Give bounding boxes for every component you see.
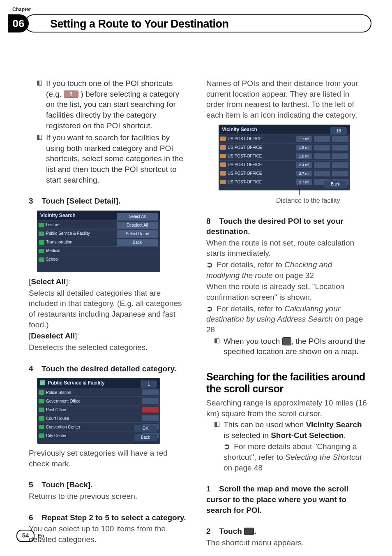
shortcut-menu-icon	[244, 528, 254, 535]
step-heading: 2 Touch .	[206, 526, 367, 537]
page-footer: 54 En	[16, 530, 44, 542]
page-header: Chapter 06 Setting a Route to Your Desti…	[29, 37, 367, 62]
option-label: [Deselect All]:	[29, 331, 190, 341]
callout: Distance to the facility	[206, 195, 367, 205]
page-number: 54	[16, 530, 35, 542]
step-heading: 3 Touch [Select Detail].	[29, 196, 190, 206]
arrow-icon: ➲	[224, 441, 230, 452]
step-number: 5	[29, 480, 39, 490]
step-title: Touch the desired POI to set your destin…	[206, 217, 344, 236]
step-desc: The shortcut menu appears.	[206, 537, 367, 548]
bullet-item: If you want to search for facilities by …	[29, 132, 190, 185]
screenshot-vicinity-search-categories: Vicinity Search Leisure Public Service &…	[37, 211, 160, 272]
bullet-item: If you touch one of the POI shortcuts (e…	[29, 78, 190, 131]
ok-button[interactable]: OK	[134, 425, 157, 432]
step-heading: 4 Touch the desired detailed category.	[29, 364, 190, 374]
step-number: 3	[29, 196, 39, 206]
body-text: When the route is not set, route calcula…	[206, 238, 367, 259]
back-button[interactable]: Back	[324, 181, 347, 188]
bullet-text: If you want to search for facilities by …	[46, 133, 183, 184]
step-number: 8	[206, 216, 217, 227]
option-desc: Deselects the selected categories.	[29, 342, 190, 353]
map-icon	[282, 337, 291, 345]
content-columns: If you touch one of the POI shortcuts (e…	[29, 78, 367, 556]
select-all-button[interactable]: Select All	[117, 213, 158, 220]
back-button[interactable]: Back	[117, 239, 158, 246]
left-column: If you touch one of the POI shortcuts (e…	[29, 78, 190, 556]
step-desc: Returns to the previous screen.	[29, 491, 190, 502]
back-button[interactable]: Back	[134, 434, 157, 441]
step-number: 6	[29, 512, 39, 523]
step-heading: 1 Scroll the map and move the scroll cur…	[206, 484, 367, 515]
step-heading: 6 Repeat Step 2 to 5 to select a categor…	[29, 512, 190, 523]
callout-label: Distance to the facility	[276, 196, 340, 205]
language-label: En	[38, 533, 44, 539]
count-badge: 1	[141, 380, 157, 388]
body-text: Previously set categories will have a re…	[29, 448, 190, 469]
right-column: Names of POIs and their distance from yo…	[206, 78, 367, 556]
page: Chapter 06 Setting a Route to Your Desti…	[0, 0, 392, 556]
callout-tick	[299, 190, 300, 195]
step-heading: 5 Touch [Back].	[29, 480, 190, 490]
body-text: Searching range is approximately 10 mile…	[206, 398, 367, 419]
step-title: Touch [Back].	[42, 480, 92, 489]
screenshot-poi-list: Vicinity Search US POST-OFFICE1.1 mi US …	[219, 125, 350, 190]
bullet-item: When you touch , the POIs around the spe…	[206, 336, 367, 357]
step-number: 2	[206, 526, 217, 537]
step-title: Repeat Step 2 to 5 to select a category.	[42, 513, 186, 522]
poi-shortcut-icon: $	[64, 90, 78, 98]
step-desc: You can select up to 100 items from the …	[29, 524, 190, 544]
cross-ref: ➲ For details, refer to Checking and mod…	[206, 259, 367, 280]
body-text: Names of POIs and their distance from yo…	[206, 78, 367, 120]
deselect-all-button[interactable]: Deselect All	[117, 222, 158, 229]
overlay-menu: Select All Deselect All Select Detail Ba…	[117, 213, 158, 248]
step-number: 1	[206, 484, 217, 494]
step-title: Touch [Select Detail].	[42, 197, 120, 205]
step-heading: 8 Touch the desired POI to set your dest…	[206, 216, 367, 237]
bullet-item: This can be used when Vicinity Search is…	[206, 419, 367, 473]
page-title: Setting a Route to Your Destination	[50, 15, 371, 32]
step-number: 4	[29, 364, 39, 374]
option-desc: Selects all detailed categories that are…	[29, 288, 190, 330]
count-badge: 13	[330, 127, 347, 134]
step-title: Touch .	[219, 527, 256, 535]
select-detail-button[interactable]: Select Detail	[117, 230, 158, 238]
step-title: Scroll the map and move the scroll curso…	[206, 484, 348, 514]
arrow-icon: ➲	[206, 303, 213, 314]
section-heading: Searching for the facilities around the …	[206, 371, 367, 395]
title-pill: Setting a Route to Your Destination	[25, 14, 371, 32]
arrow-icon: ➲	[206, 259, 213, 270]
cross-ref: ➲ For details, refer to Calculating your…	[206, 303, 367, 335]
chapter-label: Chapter	[12, 6, 31, 13]
screenshot-detailed-category: Public Service & Facility Police Station…	[37, 378, 160, 444]
option-label: [Select All]:	[29, 276, 190, 287]
step-title: Touch the desired detailed category.	[42, 364, 176, 373]
body-text: When the route is already set, "Location…	[206, 281, 367, 302]
